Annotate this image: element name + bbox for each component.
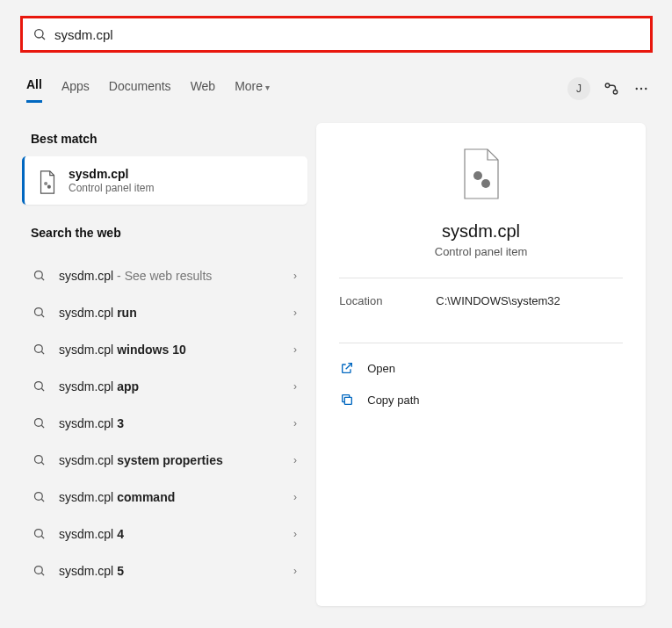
chevron-right-icon: › [293, 565, 297, 577]
svg-point-27 [473, 171, 482, 180]
svg-point-6 [645, 88, 647, 90]
svg-point-17 [35, 419, 43, 427]
header-actions: J [567, 77, 650, 100]
search-icon [33, 306, 47, 320]
svg-point-2 [605, 83, 610, 88]
chevron-right-icon: › [293, 307, 297, 319]
svg-line-20 [41, 462, 44, 465]
search-query: sysdm.cpl [54, 27, 113, 42]
search-icon [33, 379, 47, 393]
chevron-right-icon: › [293, 491, 297, 503]
more-icon[interactable] [632, 80, 650, 97]
web-result-text: sysdm.cpl - See web results [59, 269, 293, 283]
web-result-text: sysdm.cpl run [59, 306, 293, 320]
svg-line-12 [41, 314, 44, 317]
best-match-text: sysdm.cpl Control panel item [69, 167, 154, 194]
svg-point-15 [35, 382, 43, 390]
web-result-text: sysdm.cpl command [59, 490, 293, 504]
web-result-text: sysdm.cpl app [59, 379, 293, 393]
web-result-text: sysdm.cpl 5 [59, 564, 293, 578]
actions-list: Open Copy path [339, 352, 623, 415]
svg-point-23 [35, 530, 43, 538]
flow-icon[interactable] [603, 80, 620, 97]
detail-file-icon [461, 148, 502, 200]
svg-point-7 [44, 181, 47, 184]
svg-point-5 [640, 88, 642, 90]
web-result-text: sysdm.cpl windows 10 [59, 343, 293, 357]
chevron-right-icon: › [293, 270, 297, 282]
web-result-text: sysdm.cpl 3 [59, 416, 293, 430]
best-match-item[interactable]: sysdm.cpl Control panel item [22, 156, 307, 205]
svg-line-14 [41, 351, 44, 354]
chevron-right-icon: › [293, 454, 297, 466]
copy-icon [339, 392, 355, 408]
tab-web[interactable]: Web [191, 79, 216, 102]
svg-point-4 [636, 88, 638, 90]
search-icon [33, 416, 47, 430]
chevron-right-icon: › [293, 417, 297, 429]
web-result-4[interactable]: sysdm.cpl 3› [22, 405, 307, 442]
best-match-subtitle: Control panel item [69, 182, 154, 194]
svg-point-11 [35, 308, 43, 316]
search-bar[interactable]: sysdm.cpl [20, 16, 653, 53]
web-result-3[interactable]: sysdm.cpl app› [22, 368, 307, 405]
tab-more-label: More [235, 79, 263, 93]
svg-point-28 [481, 179, 490, 188]
web-result-1[interactable]: sysdm.cpl run› [22, 294, 307, 331]
chevron-right-icon: › [293, 343, 297, 356]
detail-panel: sysdm.cpl Control panel item Location C:… [316, 123, 646, 606]
web-results-list: sysdm.cpl - See web results›sysdm.cpl ru… [22, 257, 307, 589]
search-icon [33, 490, 47, 504]
search-icon [33, 343, 47, 357]
location-value: C:\WINDOWS\system32 [436, 294, 560, 307]
results-column: Best match sysdm.cpl Control panel item … [22, 123, 307, 589]
svg-point-13 [35, 345, 43, 353]
search-icon [33, 269, 47, 283]
svg-line-1 [42, 37, 45, 40]
control-panel-file-icon [37, 170, 58, 191]
search-icon [32, 26, 47, 42]
svg-line-24 [41, 536, 44, 538]
svg-line-26 [41, 573, 44, 575]
chevron-right-icon: › [293, 528, 297, 540]
svg-line-18 [41, 425, 44, 428]
svg-rect-29 [345, 397, 352, 404]
search-web-heading: Search the web [22, 217, 307, 250]
web-result-text: sysdm.cpl system properties [59, 453, 293, 467]
web-result-6[interactable]: sysdm.cpl command› [22, 479, 307, 516]
web-result-8[interactable]: sysdm.cpl 5› [22, 552, 307, 589]
copy-path-action[interactable]: Copy path [339, 384, 623, 415]
user-avatar[interactable]: J [567, 77, 590, 100]
svg-point-8 [47, 184, 51, 188]
svg-point-9 [35, 271, 43, 279]
search-icon [33, 564, 47, 578]
tab-apps[interactable]: Apps [61, 79, 90, 102]
web-result-7[interactable]: sysdm.cpl 4› [22, 516, 307, 552]
detail-subtitle: Control panel item [435, 245, 528, 258]
open-label: Open [367, 362, 395, 375]
open-action[interactable]: Open [339, 352, 623, 384]
tab-all[interactable]: All [26, 77, 42, 103]
web-result-5[interactable]: sysdm.cpl system properties› [22, 442, 307, 479]
web-result-0[interactable]: sysdm.cpl - See web results› [22, 257, 307, 294]
best-match-heading: Best match [22, 123, 307, 156]
best-match-title: sysdm.cpl [69, 167, 154, 181]
open-icon [339, 360, 355, 376]
web-result-2[interactable]: sysdm.cpl windows 10› [22, 331, 307, 368]
tab-documents[interactable]: Documents [109, 79, 171, 102]
svg-point-19 [35, 456, 43, 464]
chevron-down-icon: ▾ [265, 83, 270, 92]
search-icon [33, 453, 47, 467]
chevron-right-icon: › [293, 380, 297, 393]
search-icon [33, 527, 47, 541]
location-row: Location C:\WINDOWS\system32 [339, 278, 623, 323]
svg-point-25 [35, 567, 43, 574]
svg-point-21 [35, 493, 43, 501]
detail-title: sysdm.cpl [442, 221, 520, 242]
web-result-text: sysdm.cpl 4 [59, 527, 293, 541]
tab-more[interactable]: More▾ [235, 79, 270, 102]
filter-tabs: All Apps Documents Web More▾ [26, 77, 270, 103]
svg-line-22 [41, 499, 44, 502]
svg-line-10 [41, 278, 44, 280]
svg-line-16 [41, 388, 44, 391]
